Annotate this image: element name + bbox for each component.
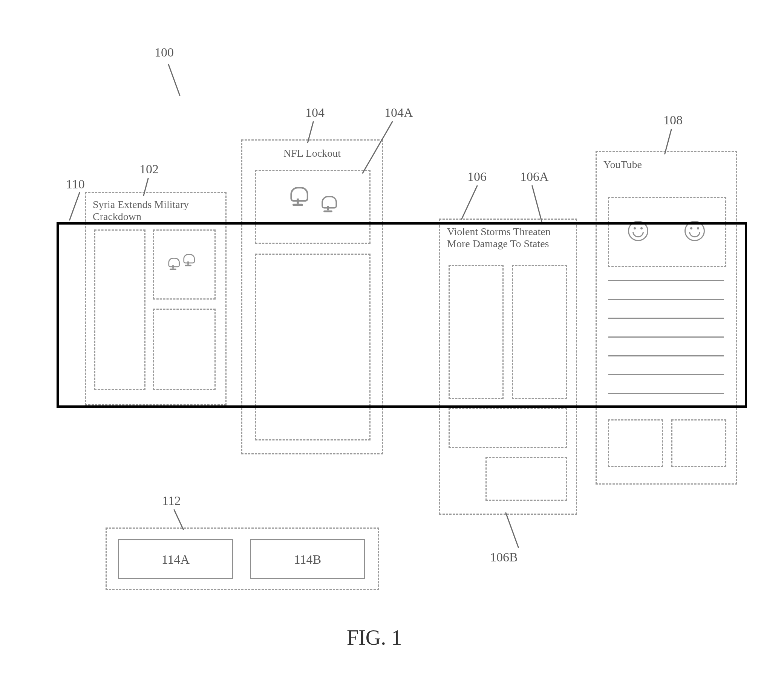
panel-108-thumb-right (671, 419, 726, 467)
ref-104: 104 (305, 106, 325, 120)
trophy-icon (287, 187, 308, 208)
trophy-icon (319, 196, 337, 214)
ref-114A: 114A (119, 552, 232, 567)
panel-112-box-a: 114A (118, 539, 233, 579)
panel-106-slot-mid (449, 408, 567, 448)
ref-104A: 104A (384, 106, 413, 120)
panel-106-slot-bottom (485, 457, 567, 501)
panel-112-box-b: 114B (250, 539, 365, 579)
lead-112 (173, 509, 184, 530)
ref-102: 102 (140, 162, 159, 176)
lead-110 (69, 192, 80, 221)
panel-104-title: NFL Lockout (249, 147, 375, 159)
lead-100 (168, 64, 181, 96)
lead-106b (505, 512, 519, 548)
panel-102-title: Syria Extends Military Crackdown (93, 198, 219, 223)
lead-106 (461, 185, 478, 220)
ref-110: 110 (66, 177, 85, 192)
ref-106: 106 (467, 170, 486, 184)
ref-106B: 106B (490, 550, 518, 565)
ref-106A: 106A (520, 170, 549, 184)
ref-112: 112 (162, 493, 181, 508)
panel-112: 114A 114B (106, 528, 379, 590)
ref-114B: 114B (251, 552, 364, 567)
panel-108-thumb-left (608, 419, 663, 467)
panel-108-title: YouTube (603, 159, 729, 171)
viewport-rectangle (57, 222, 747, 408)
patent-figure: 100 Syria Extends Military Crackdown 102… (0, 0, 784, 685)
ref-100: 100 (155, 45, 174, 60)
figure-label: FIG. 1 (347, 625, 402, 649)
lead-106a (532, 185, 542, 222)
ref-108: 108 (664, 113, 683, 127)
